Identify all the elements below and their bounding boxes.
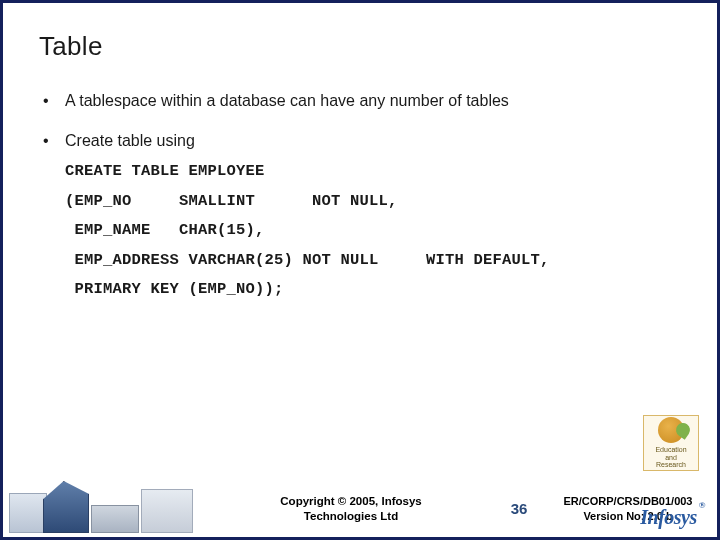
infosys-logo: Infosys® xyxy=(640,506,703,529)
code-line: CREATE TABLE EMPLOYEE xyxy=(65,162,265,180)
building-icon xyxy=(141,489,193,533)
education-research-badge: Education and Research xyxy=(643,415,699,471)
bullet-text: Create table using xyxy=(65,132,195,149)
slide-title: Table xyxy=(39,31,681,62)
code-line: EMP_ADDRESS VARCHAR(25) NOT NULL WITH DE… xyxy=(65,251,550,269)
bullet-item: A tablespace within a database can have … xyxy=(39,90,681,112)
slide-frame: Table A tablespace within a database can… xyxy=(0,0,720,540)
badge-figure-icon xyxy=(658,417,684,443)
copyright-line: Technologies Ltd xyxy=(203,509,499,523)
badge-text: Research xyxy=(656,461,686,468)
logo-text: Infosys xyxy=(640,506,697,528)
code-line: (EMP_NO SMALLINT NOT NULL, xyxy=(65,192,398,210)
badge-text: Education xyxy=(655,446,686,453)
bullet-list: A tablespace within a database can have … xyxy=(39,90,681,304)
building-icon xyxy=(9,493,47,533)
page-number: 36 xyxy=(499,500,539,533)
footer-copyright: Copyright © 2005, Infosys Technologies L… xyxy=(203,494,499,533)
code-block: CREATE TABLE EMPLOYEE (EMP_NO SMALLINT N… xyxy=(65,157,681,304)
registered-mark: ® xyxy=(699,500,705,510)
badge-text: and xyxy=(665,454,677,461)
code-line: EMP_NAME CHAR(15), xyxy=(65,221,265,239)
slide-footer: Copyright © 2005, Infosys Technologies L… xyxy=(3,469,717,533)
bullet-item: Create table using CREATE TABLE EMPLOYEE… xyxy=(39,130,681,305)
building-icon xyxy=(91,505,139,533)
copyright-line: Copyright © 2005, Infosys xyxy=(203,494,499,508)
building-icon xyxy=(43,481,89,533)
footer-buildings-art xyxy=(3,477,203,533)
code-line: PRIMARY KEY (EMP_NO)); xyxy=(65,280,284,298)
bullet-text: A tablespace within a database can have … xyxy=(65,92,509,109)
